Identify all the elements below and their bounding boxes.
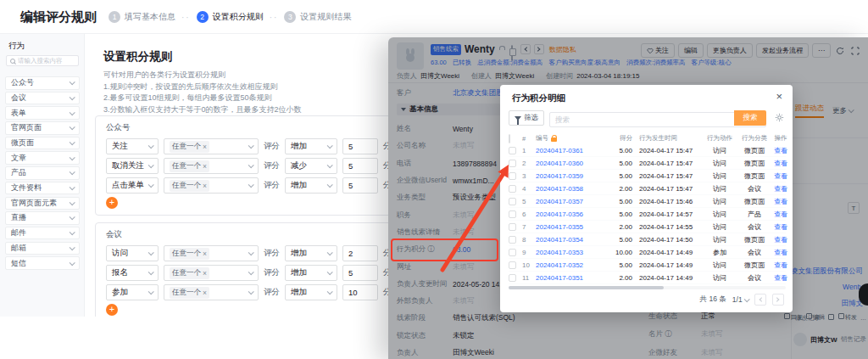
row-checkbox[interactable] [509, 160, 516, 167]
row-checkbox[interactable] [509, 198, 516, 205]
scrollbar-thumb[interactable] [509, 286, 664, 289]
sidebar-item[interactable]: 会议 [5, 92, 80, 105]
cell-number-link[interactable]: 20240417-0353 [536, 249, 598, 256]
cell-number-link[interactable]: 20240417-0358 [536, 185, 598, 193]
view-link[interactable]: 查看 [771, 222, 790, 232]
add-rule-button[interactable]: + [106, 304, 118, 316]
cell-category: 产品 [737, 210, 771, 219]
search-button[interactable]: 搜索 [734, 110, 766, 126]
view-link[interactable]: 查看 [771, 261, 790, 270]
select-all-checkbox[interactable] [509, 134, 510, 143]
score-value-input[interactable] [342, 265, 378, 281]
row-checkbox[interactable] [509, 210, 516, 218]
score-value-input[interactable] [342, 158, 378, 174]
action-select[interactable]: 点击菜单 [106, 177, 159, 194]
target-select[interactable]: 任意一个× [164, 284, 259, 300]
remove-tag-icon[interactable]: × [203, 250, 207, 258]
target-select[interactable]: 任意一个× [164, 265, 259, 281]
operation-select[interactable]: 增加 [285, 265, 337, 281]
close-icon[interactable]: × [776, 90, 782, 103]
target-select[interactable]: 任意一个× [164, 245, 259, 261]
remove-tag-icon[interactable]: × [203, 143, 207, 151]
sidebar-item-label: 产品 [11, 167, 26, 178]
action-select[interactable]: 报名 [106, 265, 159, 281]
row-checkbox[interactable] [509, 223, 516, 231]
section-title: 设置积分规则 [103, 49, 172, 65]
view-link[interactable]: 查看 [771, 197, 790, 206]
score-value-input[interactable] [342, 245, 378, 261]
row-checkbox[interactable] [509, 172, 516, 180]
action-select[interactable]: 关注 [106, 138, 159, 154]
cell-number-link[interactable]: 20240417-0361 [536, 147, 598, 154]
sidebar-search[interactable] [6, 55, 79, 66]
remove-tag-icon[interactable]: × [203, 289, 207, 297]
row-checkbox[interactable] [509, 249, 516, 256]
row-checkbox[interactable] [509, 274, 516, 282]
score-value-input[interactable] [342, 177, 378, 194]
chevron-down-icon [248, 269, 254, 275]
cell-number-link[interactable]: 20240417-0355 [536, 223, 598, 231]
page-select[interactable]: 1/1 [732, 295, 748, 304]
target-select[interactable]: 任意一个× [164, 177, 259, 194]
sidebar-item[interactable]: 文章 [5, 151, 80, 165]
sidebar-item[interactable]: 产品 [5, 166, 80, 180]
target-select[interactable]: 任意一个× [164, 158, 259, 174]
cell-index: 4 [522, 185, 536, 193]
operation-select[interactable]: 增加 [285, 177, 337, 194]
sidebar-item[interactable]: 官网页面元素 [5, 197, 80, 210]
row-checkbox[interactable] [509, 236, 516, 244]
row-checkbox[interactable] [509, 147, 516, 154]
operation-select[interactable]: 增加 [285, 284, 337, 300]
view-link[interactable]: 查看 [771, 159, 790, 168]
operation-select[interactable]: 增加 [285, 138, 337, 154]
sidebar-search-input[interactable] [18, 57, 75, 65]
cell-number-link[interactable]: 20240417-0360 [536, 160, 598, 167]
score-value-input[interactable] [342, 138, 378, 154]
horizontal-scrollbar[interactable] [509, 286, 786, 289]
sidebar-item[interactable]: 邮件 [5, 227, 80, 240]
sidebar-item[interactable]: 微页面 [5, 137, 80, 150]
cell-number-link[interactable]: 20240417-0352 [536, 261, 598, 269]
view-link[interactable]: 查看 [771, 248, 790, 257]
cell-number-link[interactable]: 20240417-0359 [536, 172, 598, 180]
view-link[interactable]: 查看 [771, 171, 790, 181]
edge-floating-button[interactable] [859, 283, 868, 306]
operation-select[interactable]: 增加 [285, 245, 337, 261]
cell-number-link[interactable]: 20240417-0356 [536, 210, 598, 218]
column-settings-icon[interactable] [775, 110, 784, 126]
cell-number-link[interactable]: 20240417-0351 [536, 274, 598, 282]
remove-tag-icon[interactable]: × [203, 162, 207, 171]
operation-select[interactable]: 减少 [285, 158, 337, 174]
view-link[interactable]: 查看 [771, 184, 790, 194]
cell-category: 会议 [737, 248, 771, 257]
sidebar-item[interactable]: 文件资料 [5, 182, 80, 195]
row-checkbox[interactable] [509, 261, 516, 269]
cell-number-link[interactable]: 20240417-0357 [536, 198, 598, 205]
step-3[interactable]: 3 设置规则结果 [284, 11, 351, 23]
action-select[interactable]: 访问 [106, 245, 159, 261]
step-2[interactable]: 2 设置积分规则 [197, 11, 264, 23]
remove-tag-icon[interactable]: × [203, 182, 207, 190]
sidebar-item[interactable]: 公众号 [5, 76, 80, 90]
add-rule-button[interactable]: + [106, 197, 118, 209]
sidebar-item[interactable]: 表单 [5, 106, 80, 120]
prev-page-button[interactable] [754, 294, 766, 306]
remove-tag-icon[interactable]: × [203, 269, 207, 278]
action-select[interactable]: 参加 [106, 284, 159, 300]
step-1[interactable]: 1 填写基本信息 [108, 11, 175, 23]
view-link[interactable]: 查看 [771, 146, 790, 155]
view-link[interactable]: 查看 [771, 210, 790, 219]
row-checkbox[interactable] [509, 185, 516, 193]
cell-number-link[interactable]: 20240417-0354 [536, 236, 598, 244]
view-link[interactable]: 查看 [771, 273, 790, 283]
score-value-input[interactable] [342, 284, 378, 300]
sidebar-item[interactable]: 短信 [5, 256, 80, 270]
view-link[interactable]: 查看 [771, 235, 790, 244]
target-select[interactable]: 任意一个× [164, 138, 259, 154]
filter-button[interactable]: 筛选 [509, 110, 544, 126]
sidebar-item[interactable]: 官网页面 [5, 121, 80, 135]
action-select[interactable]: 取消关注 [106, 158, 159, 174]
next-page-button[interactable] [772, 294, 784, 306]
sidebar-item[interactable]: 直播 [5, 211, 80, 225]
sidebar-item[interactable]: 邮箱 [5, 242, 80, 255]
